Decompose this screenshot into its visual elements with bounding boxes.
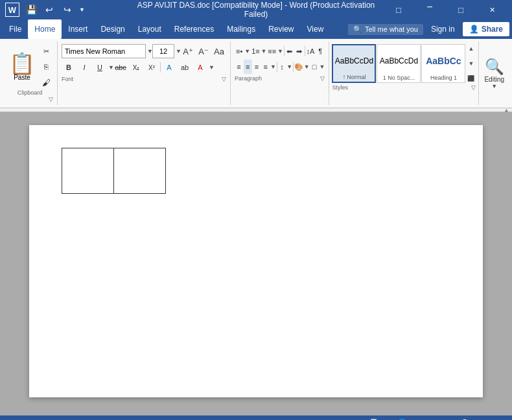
clipboard-small-btns: ✂ ⎘ 🖌 — [39, 44, 53, 89]
cut-btn[interactable]: ✂ — [39, 44, 53, 58]
style-heading1[interactable]: AaBbCc Heading 1 — [421, 44, 465, 83]
paste-btn[interactable]: 📋 Paste — [6, 52, 38, 82]
paste-icon: 📋 — [9, 53, 35, 74]
menu-right: 🔍 Tell me what you Sign in 👤 Share — [348, 22, 509, 36]
menu-insert[interactable]: Insert — [62, 19, 94, 39]
font-bottom: Font ▽ — [62, 76, 226, 82]
shading-arrow[interactable]: ▼ — [304, 64, 310, 70]
font-color-arrow[interactable]: ▼ — [209, 64, 213, 71]
underline-arrow[interactable]: ▼ — [108, 64, 112, 71]
para-bottom: Paragraph ▽ — [235, 75, 325, 82]
superscript-btn[interactable]: X² — [145, 60, 159, 75]
bold-btn[interactable]: B — [62, 60, 76, 75]
minimize-btn[interactable]: − — [415, 0, 445, 17]
format-painter-btn[interactable]: 🖌 — [39, 75, 53, 89]
pilcrow-btn[interactable]: ¶ — [316, 44, 325, 58]
document-table[interactable] — [62, 148, 166, 194]
tell-me-text: Tell me what you — [365, 25, 418, 33]
borders-btn[interactable]: □ — [310, 60, 319, 74]
restore-btn[interactable]: □ — [384, 0, 413, 19]
font-color-btn[interactable]: A — [193, 60, 207, 75]
menu-references[interactable]: References — [168, 19, 220, 39]
paste-label: Paste — [14, 74, 30, 81]
style-heading1-label: Heading 1 — [430, 75, 457, 81]
maximize-btn[interactable]: □ — [446, 0, 476, 19]
menu-file[interactable]: File — [3, 19, 28, 39]
bullets-arrow[interactable]: ▼ — [244, 48, 250, 54]
clear-format-btn[interactable]: Aa — [212, 44, 226, 58]
quick-undo[interactable]: ↩ — [43, 3, 56, 16]
person-icon: 👤 — [469, 25, 479, 34]
sign-in-btn[interactable]: Sign in — [426, 22, 460, 36]
table-cell[interactable] — [114, 148, 166, 194]
document-area: 9 H — [0, 112, 512, 415]
styles-expand-btn[interactable]: ▽ — [471, 84, 476, 91]
clipboard-expand[interactable]: ▽ — [49, 96, 53, 102]
styles-up-arrow[interactable]: ▲ — [468, 45, 474, 52]
quick-redo[interactable]: ↪ — [61, 3, 74, 16]
align-left-btn[interactable]: ≡ — [235, 60, 243, 74]
strikethrough-btn[interactable]: abc — [113, 60, 128, 75]
indent-btn[interactable]: ➡ — [295, 44, 304, 58]
multilevel-btn[interactable]: ≡≡ — [268, 44, 277, 58]
numbering-arrow[interactable]: ▼ — [261, 48, 267, 54]
style-normal[interactable]: AaBbCcDd ↑ Normal — [332, 44, 376, 83]
font-size-arrow[interactable]: ▼ — [176, 48, 180, 54]
shading-btn[interactable]: 🎨 — [294, 60, 303, 74]
underline-btn[interactable]: U — [93, 60, 107, 75]
numbering-btn[interactable]: 1≡ — [251, 44, 260, 58]
multilevel-arrow[interactable]: ▼ — [277, 48, 283, 54]
table-row — [62, 148, 166, 194]
line-spacing-btn[interactable]: ↕ — [278, 60, 286, 74]
font-size-input[interactable]: 12 — [152, 44, 174, 58]
menu-view[interactable]: View — [301, 19, 331, 39]
font-expand[interactable]: ▽ — [222, 76, 226, 82]
text-effects-btn[interactable]: A — [162, 60, 176, 75]
copy-btn[interactable]: ⎘ — [39, 60, 53, 74]
share-btn[interactable]: 👤 Share — [463, 22, 509, 36]
align-right-btn[interactable]: ≡ — [253, 60, 261, 74]
editing-label: Editing — [484, 76, 504, 83]
quick-dropdown[interactable]: ▼ — [79, 6, 85, 13]
menu-design[interactable]: Design — [94, 19, 131, 39]
styles-expand[interactable]: ▲ ▼ ⬛ — [466, 44, 476, 83]
document-page[interactable] — [29, 125, 483, 397]
close-btn[interactable]: ✕ — [477, 0, 507, 19]
editing-search-icon[interactable]: 🔍 — [485, 58, 504, 76]
italic-btn[interactable]: I — [77, 60, 91, 75]
spacing-arrow[interactable]: ▼ — [286, 64, 292, 70]
tell-me-box[interactable]: 🔍 Tell me what you — [348, 24, 423, 35]
normal-icon: ↑ — [342, 73, 345, 80]
style-no-spacing-label: 1 No Spac... — [383, 75, 415, 81]
justify-btn[interactable]: ≡ — [261, 60, 270, 74]
editing-arrow[interactable]: ▼ — [491, 83, 497, 89]
ribbon: 📋 Paste ✂ ⎘ 🖌 Clipboard ▽ Times New Roma… — [0, 39, 512, 108]
subscript-btn[interactable]: X₂ — [129, 60, 143, 75]
font-shrink-btn[interactable]: A⁻ — [196, 44, 211, 58]
bullets-btn[interactable]: ≡• — [235, 44, 244, 58]
menu-layout[interactable]: Layout — [132, 19, 168, 39]
para-label: Paragraph — [235, 75, 262, 82]
sep1 — [160, 62, 161, 73]
menu-review[interactable]: Review — [262, 19, 300, 39]
font-label: Font — [62, 76, 73, 82]
text-highlight-btn[interactable]: ab — [178, 60, 192, 75]
table-cell[interactable] — [62, 148, 114, 194]
menu-mailings[interactable]: Mailings — [220, 19, 262, 39]
styles-more-arrow[interactable]: ⬛ — [467, 75, 474, 82]
outdent-btn[interactable]: ⬅ — [285, 44, 294, 58]
font-row2: B I U ▼ abc X₂ X² A ab A ▼ — [62, 60, 226, 75]
align-center-btn[interactable]: ≡ — [244, 60, 252, 74]
para-expand[interactable]: ▽ — [320, 75, 325, 82]
quick-save[interactable]: 💾 — [25, 3, 38, 16]
font-grow-btn[interactable]: A⁺ — [181, 44, 195, 58]
status-bar: Page 1 of 1 0 words English (United Stat… — [0, 415, 512, 420]
menu-home[interactable]: Home — [28, 19, 62, 39]
borders-arrow[interactable]: ▼ — [320, 64, 325, 70]
align-arrow[interactable]: ▼ — [270, 64, 276, 70]
styles-down-arrow[interactable]: ▼ — [468, 60, 474, 67]
sort-btn[interactable]: ↕A — [306, 44, 315, 58]
font-name-arrow[interactable]: ▼ — [147, 48, 151, 54]
font-name-input[interactable]: Times New Roman — [62, 44, 146, 58]
style-no-spacing[interactable]: AaBbCcDd 1 No Spac... — [377, 44, 421, 83]
